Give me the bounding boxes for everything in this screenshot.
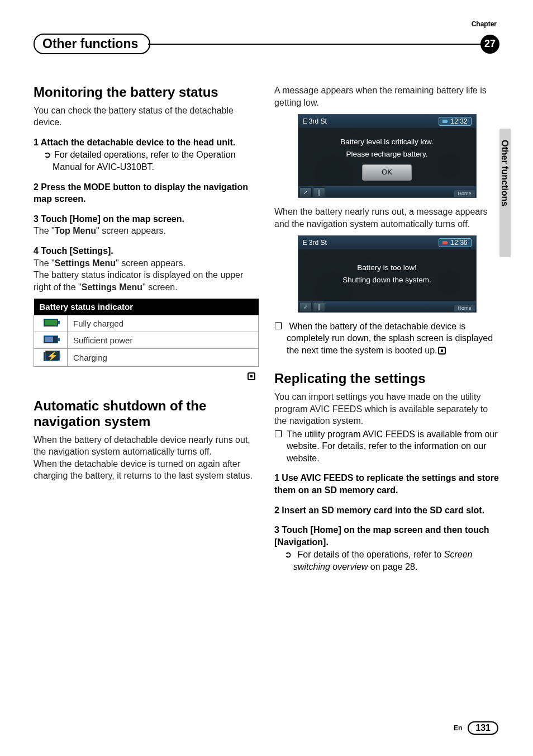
- battery-mini-icon: [442, 240, 448, 245]
- shot-msg-1: Battery is too low!: [303, 262, 472, 274]
- section-title: Other functions: [34, 34, 150, 54]
- shutdown-body1: When the battery of detachable device ne…: [34, 434, 259, 458]
- rep-step-1: 1 Use AVIC FEEDS to replicate the settin…: [274, 472, 499, 496]
- step-3: 3 Touch [Home] on the map screen.: [34, 213, 259, 225]
- t: " screen.: [142, 282, 178, 292]
- rep-step-3: 3 Touch [Home] on the map screen and the…: [274, 524, 499, 548]
- note-booted: When the battery of the detachable devic…: [274, 320, 499, 357]
- t: Settings Menu: [82, 282, 142, 292]
- step-4-body1: The "Settings Menu" screen appears.: [34, 257, 259, 270]
- shot-msg-2: Please recharge battery.: [303, 148, 472, 160]
- battery-full-icon: [44, 319, 58, 327]
- step-1: 1 Attach the detachable device to the he…: [34, 136, 259, 149]
- intro-text: You can check the battery status of the …: [34, 105, 259, 129]
- table-row: Charging: [34, 349, 259, 367]
- rep-step-3-lead: 3 Touch [Home] on the map screen and the…: [274, 525, 489, 547]
- section-end: [34, 371, 259, 381]
- header-rule: [148, 44, 482, 45]
- svg-rect-2: [442, 241, 447, 244]
- end-mark-icon: [438, 347, 446, 355]
- page-footer: En 131: [454, 721, 498, 735]
- shot-location: E 3rd St: [303, 117, 327, 125]
- battery-table: Battery status indicator Fully charged S…: [34, 299, 259, 367]
- right-intro: A message appears when the remaining bat…: [274, 84, 499, 108]
- page-number: 131: [468, 721, 498, 735]
- battery-table-header: Battery status indicator: [34, 299, 259, 315]
- shot-msg-1: Battery level is critically low.: [303, 136, 472, 148]
- t: Top Menu: [55, 226, 96, 235]
- zoom-icon[interactable]: ⤢: [299, 187, 312, 197]
- svg-rect-0: [442, 120, 447, 123]
- battery-charging-label: Charging: [68, 349, 259, 367]
- end-mark-icon: [248, 372, 255, 380]
- header-row: Other functions 27: [34, 34, 499, 54]
- chapter-number-badge: 27: [480, 35, 499, 54]
- battery-sufficient-icon: [44, 336, 58, 343]
- step-3-lead: 3 Touch [Home] on the map screen.: [34, 214, 184, 224]
- step-1-sub: For detailed operations, refer to the Op…: [34, 149, 259, 173]
- shot-location: E 3rd St: [303, 239, 327, 247]
- heading-replicating: Replicating the settings: [274, 371, 499, 386]
- replicating-body: You can import settings you have made on…: [274, 391, 499, 427]
- step-1-lead: 1 Attach the detachable device to the he…: [34, 138, 235, 147]
- battery-charging-icon: [44, 352, 58, 361]
- note-text: When the battery of the detachable devic…: [287, 322, 493, 355]
- home-button[interactable]: Home: [454, 305, 474, 311]
- screenshot-low-battery: E 3rd St 12:32 Battery level is critical…: [298, 114, 477, 198]
- table-row: Sufficient power: [34, 332, 259, 349]
- left-column: Monitoring the battery status You can ch…: [34, 84, 259, 573]
- chapter-label: Chapter: [472, 20, 497, 28]
- battery-mini-icon: [442, 119, 448, 124]
- battery-full-label: Fully charged: [68, 315, 259, 332]
- side-tab-label: Other functions: [499, 140, 510, 206]
- step-4-lead: 4 Touch [Settings].: [34, 246, 113, 256]
- right-column: A message appears when the remaining bat…: [274, 84, 499, 573]
- table-row: Fully charged: [34, 315, 259, 332]
- svg-rect-1: [447, 121, 448, 122]
- rep-step-3-sub: For details of the operations, refer to …: [274, 549, 499, 573]
- t: The ": [34, 258, 55, 268]
- ok-button[interactable]: OK: [362, 164, 412, 181]
- zoom-icon[interactable]: ⤢: [299, 302, 312, 312]
- shot-msg-2: Shutting down the system.: [303, 274, 472, 286]
- t: For details of the operations, refer to: [297, 550, 444, 559]
- step-4: 4 Touch [Settings].: [34, 245, 259, 257]
- rep-step-2: 2 Insert an SD memory card into the SD c…: [274, 504, 499, 517]
- heading-monitoring: Monitoring the battery status: [34, 84, 259, 100]
- ruler-icon[interactable]: ║: [313, 302, 325, 312]
- t: on page 28.: [368, 562, 417, 571]
- step-2: 2 Press the MODE button to display the n…: [34, 181, 259, 205]
- shutdown-body2: When the detachable device is turned on …: [34, 458, 259, 482]
- step-4-body2: The battery status indicator is displaye…: [34, 269, 259, 293]
- t: Settings Menu: [55, 258, 116, 268]
- shot-time: 12:36: [439, 238, 471, 247]
- t: " screen appears.: [96, 226, 166, 235]
- t: " screen appears.: [116, 258, 185, 268]
- screenshot-shutdown: E 3rd St 12:36 Battery is too low! Shutt…: [298, 235, 477, 312]
- rep-step-2-lead: 2 Insert an SD memory card into the SD c…: [274, 505, 484, 515]
- replicating-note: The utility program AVIC FEEDS is availa…: [274, 428, 499, 465]
- home-button[interactable]: Home: [454, 190, 474, 197]
- battery-sufficient-label: Sufficient power: [68, 332, 259, 349]
- rep-step-1-lead: 1 Use AVIC FEEDS to replicate the settin…: [274, 473, 499, 495]
- heading-shutdown: Automatic shutdown of the navigation sys…: [34, 398, 259, 429]
- svg-rect-3: [447, 242, 448, 244]
- lang-label: En: [454, 724, 462, 732]
- step-2-lead: 2 Press the MODE button to display the n…: [34, 182, 248, 204]
- step-3-body: The "Top Menu" screen appears.: [34, 225, 259, 237]
- ruler-icon[interactable]: ║: [313, 187, 325, 197]
- shot-time: 12:32: [439, 117, 471, 126]
- t: The ": [34, 226, 55, 235]
- between-text: When the battery nearly runs out, a mess…: [274, 206, 499, 230]
